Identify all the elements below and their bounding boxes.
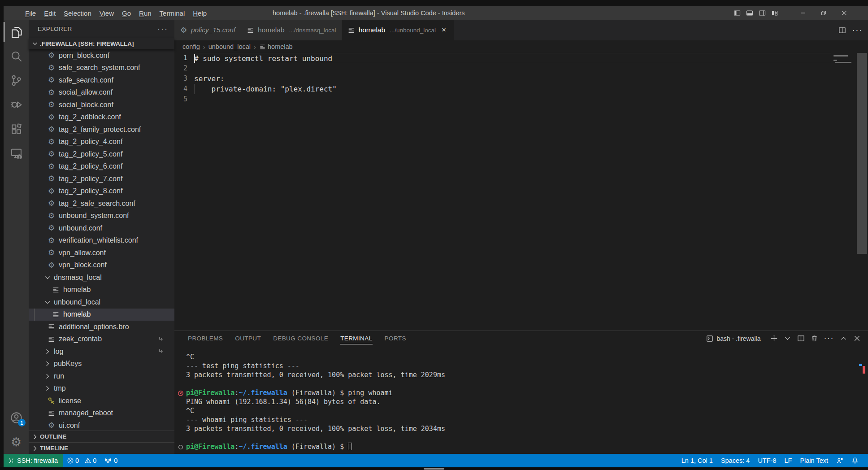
tree-file-verification-whitelist-conf[interactable]: ⚙verification_whitelist.conf — [29, 235, 174, 247]
customize-layout-icon[interactable] — [768, 6, 781, 20]
editor-scrollbar[interactable] — [856, 53, 868, 331]
tree-file-unbound-conf[interactable]: ⚙unbound.conf — [29, 222, 174, 235]
file-icon — [48, 409, 55, 417]
tree-file-tag-2-safe-search-conf[interactable]: ⚙tag_2_safe_search.conf — [29, 197, 174, 210]
problems-status[interactable]: 0 0 — [63, 454, 100, 467]
kill-terminal-icon[interactable] — [811, 335, 818, 342]
language-mode-status[interactable]: Plain Text — [796, 457, 832, 464]
activity-explorer[interactable] — [4, 20, 29, 44]
notifications-button[interactable] — [847, 457, 863, 464]
panel-tab-debug-console[interactable]: DEBUG CONSOLE — [273, 331, 328, 346]
maximize-panel-icon[interactable] — [840, 335, 847, 342]
tree-folder-pubkeys[interactable]: pubKeys — [29, 358, 174, 370]
tree-file-social-allow-conf[interactable]: ⚙social_allow.conf — [29, 87, 174, 99]
tree-file-tag-2-policy-4-conf[interactable]: ⚙tag_2_policy_4.conf — [29, 136, 174, 148]
tree-file-porn-block-conf[interactable]: ⚙porn_block.conf — [29, 49, 174, 62]
menu-run[interactable]: Run — [135, 6, 156, 20]
toggle-sidebar-icon[interactable] — [731, 6, 743, 20]
activity-extensions[interactable] — [4, 117, 29, 141]
tree-folder-dnsmasq-local[interactable]: dnsmasq_local — [29, 271, 174, 284]
menu-edit[interactable]: Edit — [40, 6, 60, 20]
tree-file-tag-2-family-protect-conf[interactable]: ⚙tag_2_family_protect.conf — [29, 123, 174, 136]
tree-file-managed-reboot[interactable]: managed_reboot — [29, 407, 174, 420]
indentation-status[interactable]: Spaces: 4 — [717, 457, 754, 464]
encoding-status[interactable]: UTF-8 — [754, 457, 780, 464]
explorer-more-actions-button[interactable]: ··· — [157, 26, 168, 31]
terminal-text: pi@Firewalla — [186, 389, 234, 397]
new-terminal-icon[interactable] — [770, 335, 778, 342]
minimap[interactable] — [831, 53, 856, 331]
tree-file-vpn-allow-conf[interactable]: ⚙vpn_allow.conf — [29, 247, 174, 259]
tree-file-tag-2-policy-6-conf[interactable]: ⚙tag_2_policy_6.conf — [29, 161, 174, 173]
tree-file-tag-2-adblock-conf[interactable]: ⚙tag_2_adblock.conf — [29, 111, 174, 124]
tree-file-zeek-crontab[interactable]: zeek_crontab — [29, 333, 174, 346]
tree-file-unbound-system-conf[interactable]: ⚙unbound_system.conf — [29, 210, 174, 222]
section-outline[interactable]: OUTLINE — [29, 431, 174, 442]
panel-tab-output[interactable]: OUTPUT — [235, 331, 261, 346]
toggle-panel-icon[interactable] — [743, 6, 756, 20]
breadcrumb-item-unbound_local[interactable]: unbound_local — [208, 43, 251, 50]
workspace-section-header[interactable]: .FIREWALLA [SSH: FIREWALLA] — [29, 38, 174, 49]
menu-file[interactable]: File — [21, 6, 40, 20]
editor-tab-policy-15-conf[interactable]: ⚙policy_15.conf — [174, 20, 241, 40]
minimize-button[interactable] — [793, 6, 813, 20]
eol-status[interactable]: LF — [780, 457, 796, 464]
editor-tab-homelab[interactable]: homelab.../dnsmasq_local — [241, 20, 342, 40]
split-terminal-icon[interactable] — [797, 335, 805, 342]
tree-folder-tmp[interactable]: tmp — [29, 383, 174, 395]
ports-status[interactable]: 0 — [100, 454, 122, 467]
tree-file-license[interactable]: license — [29, 395, 174, 407]
tree-file-safe-search-conf[interactable]: ⚙safe_search.conf — [29, 74, 174, 87]
tree-file-additional-options-bro[interactable]: additional_options.bro — [29, 321, 174, 333]
editor-tab-homelab[interactable]: homelab.../unbound_local× — [342, 20, 454, 40]
editor-more-actions-icon[interactable]: ··· — [852, 25, 863, 35]
close-window-button[interactable] — [834, 6, 855, 20]
tree-folder-run[interactable]: run — [29, 370, 174, 383]
activity-remote-explorer[interactable] — [4, 141, 29, 165]
cursor-position-status[interactable]: Ln 1, Col 1 — [677, 457, 717, 464]
tree-file-social-block-conf[interactable]: ⚙social_block.conf — [29, 99, 174, 111]
restore-button[interactable] — [813, 6, 834, 20]
remote-indicator[interactable]: SSH: firewalla — [4, 454, 63, 467]
menu-help[interactable]: Help — [189, 6, 211, 20]
tree-item-label: ui.conf — [59, 422, 80, 430]
activity-search[interactable] — [4, 44, 29, 68]
tree-file-vpn-block-conf[interactable]: ⚙vpn_block.conf — [29, 259, 174, 272]
tree-file-tag-2-policy-5-conf[interactable]: ⚙tag_2_policy_5.conf — [29, 148, 174, 161]
terminal-dropdown-icon[interactable] — [784, 335, 791, 342]
panel-tab-problems[interactable]: PROBLEMS — [188, 331, 223, 346]
close-tab-icon[interactable]: × — [439, 26, 448, 35]
activity-run-debug[interactable] — [4, 92, 29, 117]
terminal-instance-label[interactable]: bash - .firewalla — [706, 335, 760, 342]
tree-folder-unbound-local[interactable]: unbound_local — [29, 296, 174, 309]
gear-file-icon: ⚙ — [48, 422, 55, 429]
tree-folder-log[interactable]: log — [29, 345, 174, 358]
tree-file-safe-search-system-conf[interactable]: ⚙safe_search_system.conf — [29, 62, 174, 74]
activity-source-control[interactable] — [4, 68, 29, 92]
tree-file-tag-2-policy-8-conf[interactable]: ⚙tag_2_policy_8.conf — [29, 185, 174, 198]
menu-selection[interactable]: Selection — [60, 6, 95, 20]
terminal-output[interactable]: ^C--- test ping statistics ---3 packets … — [186, 346, 868, 454]
panel-more-actions-icon[interactable]: ··· — [824, 334, 834, 343]
menu-go[interactable]: Go — [118, 6, 135, 20]
tree-file-tag-2-policy-7-conf[interactable]: ⚙tag_2_policy_7.conf — [29, 173, 174, 185]
toggle-secondary-sidebar-icon[interactable] — [756, 6, 768, 20]
breadcrumb-item-config[interactable]: config — [182, 43, 200, 50]
menu-view[interactable]: View — [95, 6, 118, 20]
section-timeline[interactable]: TIMELINE — [29, 442, 174, 454]
panel-tab-ports[interactable]: PORTS — [385, 331, 406, 346]
tree-file-homelab[interactable]: homelab — [29, 309, 174, 321]
tree-file-ui-conf[interactable]: ⚙ui.conf — [29, 419, 174, 431]
tree-item-label: tag_2_policy_7.conf — [59, 175, 122, 183]
code-editor[interactable]: 1# sudo systemctl restart unbound23serve… — [174, 53, 868, 331]
menu-terminal[interactable]: Terminal — [156, 6, 189, 20]
feedback-button[interactable] — [832, 457, 847, 464]
split-editor-icon[interactable] — [838, 26, 846, 34]
gear-file-icon: ⚙ — [48, 126, 55, 133]
tree-file-homelab[interactable]: homelab — [29, 284, 174, 296]
activity-account[interactable]: 1 — [4, 405, 29, 430]
close-panel-icon[interactable] — [853, 335, 861, 342]
panel-tab-terminal[interactable]: TERMINAL — [340, 331, 372, 346]
breadcrumb-item-homelab[interactable]: homelab — [259, 43, 293, 50]
activity-settings[interactable]: ⚙ — [4, 430, 29, 454]
